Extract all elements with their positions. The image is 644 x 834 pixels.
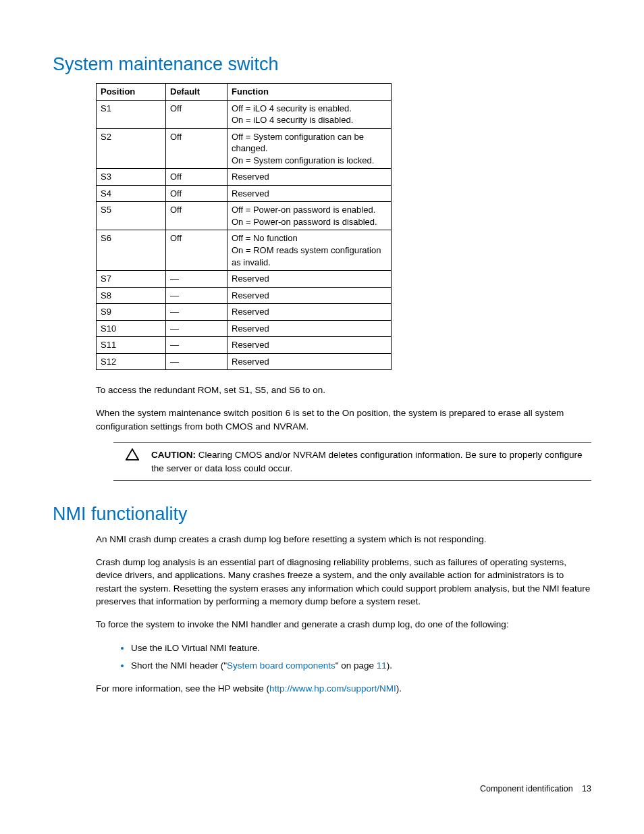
table-cell-default: Off [166,100,227,128]
table-cell-default: Off [166,128,227,169]
table-cell-position: S10 [97,320,166,337]
bullet2-mid: " on page [336,660,377,671]
nmi-bullet-list: Use the iLO Virtual NMI feature. Short t… [96,641,591,673]
table-cell-default: Off [166,230,227,271]
table-cell-position: S4 [97,185,166,202]
section2-content: An NMI crash dump creates a crash dump l… [96,533,591,695]
table-cell-function: Reserved [227,353,392,370]
para-nmi1: An NMI crash dump creates a crash dump l… [96,533,591,546]
switch-table: Position Default Function S1OffOff = iLO… [96,83,392,370]
switch-table-body: S1OffOff = iLO 4 security is enabled.On … [97,100,392,370]
link-page-11[interactable]: 11 [377,660,387,671]
table-row: S1OffOff = iLO 4 security is enabled.On … [97,100,392,128]
table-cell-function: Reserved [227,304,392,321]
table-cell-position: S3 [97,169,166,186]
table-row: S3OffReserved [97,169,392,186]
para-nmi4: For more information, see the HP website… [96,682,591,696]
bullet2-pre: Short the NMI header (" [131,660,227,671]
table-cell-position: S11 [97,337,166,354]
table-row: S8—Reserved [97,287,392,304]
table-cell-position: S12 [97,353,166,370]
table-cell-function: Off = Power-on password is enabled.On = … [227,202,392,230]
page-footer: Component identification 13 [480,784,591,793]
table-header-position: Position [97,84,166,101]
table-row: S5OffOff = Power-on password is enabled.… [97,202,392,230]
table-row: S11—Reserved [97,337,392,354]
table-cell-position: S8 [97,287,166,304]
table-row: S7—Reserved [97,271,392,288]
caution-body: Clearing CMOS and/or NVRAM deletes confi… [151,450,583,473]
link-hp-support-nmi[interactable]: http://www.hp.com/support/NMI [269,683,396,694]
para4-post: ). [396,683,402,694]
table-row: S6OffOff = No functionOn = ROM reads sys… [97,230,392,271]
table-cell-position: S2 [97,128,166,169]
table-cell-default: — [166,271,227,288]
caution-icon [113,448,151,461]
table-cell-default: — [166,337,227,354]
list-item: Short the NMI header ("System board comp… [131,658,591,673]
table-row: S2OffOff = System configuration can be c… [97,128,392,169]
heading-system-maintenance-switch: System maintenance switch [53,54,591,75]
para-nmi2: Crash dump log analysis is an essential … [96,556,591,608]
table-cell-function: Reserved [227,320,392,337]
caution-box: CAUTION: Clearing CMOS and/or NVRAM dele… [113,442,591,481]
para-redundant-rom: To access the redundant ROM, set S1, S5,… [96,384,591,397]
para4-pre: For more information, see the HP website… [96,683,269,694]
table-cell-function: Reserved [227,287,392,304]
table-cell-position: S9 [97,304,166,321]
table-cell-position: S5 [97,202,166,230]
table-cell-function: Off = System configuration can be change… [227,128,392,169]
heading-nmi-functionality: NMI functionality [53,504,591,525]
footer-section: Component identification [480,784,573,793]
caution-label: CAUTION: [151,450,196,460]
table-cell-function: Reserved [227,337,392,354]
table-row: S9—Reserved [97,304,392,321]
table-cell-function: Off = iLO 4 security is enabled.On = iLO… [227,100,392,128]
table-cell-default: — [166,320,227,337]
table-cell-position: S7 [97,271,166,288]
footer-page-number: 13 [582,784,591,793]
table-cell-default: Off [166,169,227,186]
table-cell-default: Off [166,202,227,230]
table-row: S12—Reserved [97,353,392,370]
table-row: S4OffReserved [97,185,392,202]
para-switch-position6: When the system maintenance switch posit… [96,407,591,433]
table-header-function: Function [227,84,392,101]
caution-text: CAUTION: Clearing CMOS and/or NVRAM dele… [151,448,591,475]
table-cell-function: Reserved [227,169,392,186]
table-cell-default: — [166,287,227,304]
table-cell-function: Reserved [227,271,392,288]
table-cell-position: S6 [97,230,166,271]
bullet-ilo-virtual-nmi: Use the iLO Virtual NMI feature. [131,643,260,653]
table-cell-default: Off [166,185,227,202]
section1-content: Position Default Function S1OffOff = iLO… [96,83,591,481]
document-page: System maintenance switch Position Defau… [0,0,644,834]
table-cell-default: — [166,304,227,321]
table-row: S10—Reserved [97,320,392,337]
para-nmi3: To force the system to invoke the NMI ha… [96,618,591,631]
table-cell-default: — [166,353,227,370]
list-item: Use the iLO Virtual NMI feature. [131,641,591,655]
table-header-default: Default [166,84,227,101]
table-cell-function: Reserved [227,185,392,202]
bullet2-post: ). [387,660,392,671]
table-cell-function: Off = No functionOn = ROM reads system c… [227,230,392,271]
link-system-board-components[interactable]: System board components [227,660,336,671]
table-cell-position: S1 [97,100,166,128]
